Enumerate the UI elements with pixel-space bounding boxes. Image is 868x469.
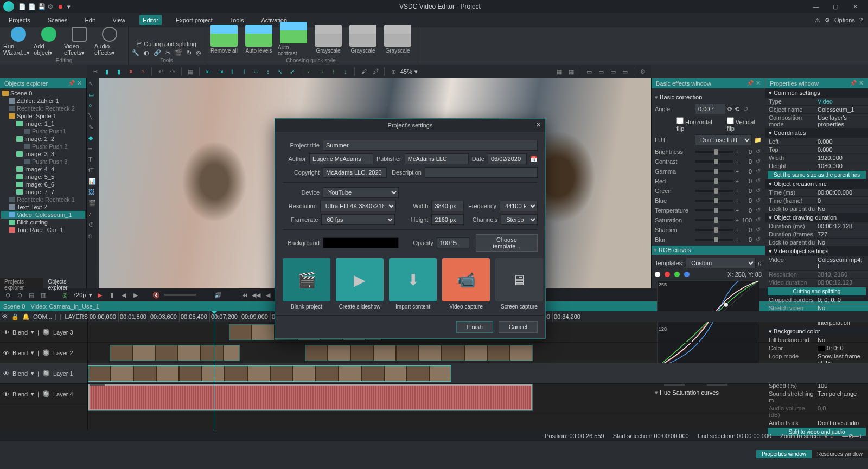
prev-frame-icon[interactable]: ◀◀ [252,291,260,299]
tab-objects-explorer[interactable]: Objects explorer [43,278,86,288]
reset-icon[interactable]: ↺ [754,236,762,243]
quick-access[interactable]: 📄📄💾⚙⏺▾ [18,3,74,10]
cutting-splitting-button[interactable]: Cutting and splitting [768,287,866,295]
quickstyle-autolevels[interactable]: Auto levels [243,25,275,54]
reset-icon[interactable]: ↺ [754,197,762,204]
layer-row[interactable]: 👁Blend▾|🔘Layer 3 [0,322,87,343]
sprite-icon[interactable]: ⎌ [88,232,97,241]
tree-node[interactable]: Image: 7_7 [1,188,85,196]
run-wizard-button[interactable]: Run Wizard...▾ [3,27,34,56]
slider[interactable] [695,219,733,221]
hflip-checkbox[interactable] [676,117,684,124]
project-title-input[interactable] [323,140,538,151]
zoom-value[interactable]: 45% [400,68,412,75]
reset-icon[interactable]: ↺ [754,148,762,155]
shape-icon[interactable]: ◆ [88,134,97,143]
tree-node[interactable]: Video: Colosseum_1 [1,211,85,219]
scissors-icon[interactable]: ✂ [137,40,142,47]
framerate-select[interactable]: 60 fps [321,214,394,225]
tree-node[interactable]: Image: 3_3 [1,150,85,158]
timeline-clip[interactable] [305,345,533,361]
reset-icon[interactable]: ↺ [754,177,762,184]
tree-node[interactable]: Push: Push 3 [1,158,85,165]
tab-projects-explorer[interactable]: Projects explorer [0,278,43,288]
publisher-input[interactable] [405,153,469,164]
image-icon[interactable]: 🖼 [88,189,97,197]
layer-row[interactable]: 👁Blend▾|🔘Layer 1 [0,363,87,384]
tree-node[interactable]: Rechteck: Rechteck 2 [1,105,85,112]
gear-icon[interactable]: ⚙ [638,67,648,76]
gear-icon[interactable]: ⚙ [825,17,830,24]
set-same-size-button[interactable]: Set the same size as the parent has [768,171,866,179]
slider[interactable] [695,180,733,182]
tree-node[interactable]: Scene 0 [1,89,85,97]
add-object-button[interactable]: Add object▾ [34,27,64,56]
remove-icon[interactable]: ⊖ [15,291,24,299]
menu-view[interactable]: View [109,15,129,25]
warning-icon[interactable]: ⚠ [815,17,820,24]
timeline-clip[interactable] [110,345,240,361]
tab-properties[interactable]: Properties window [756,450,812,458]
tile-import[interactable]: ⬇Import content [389,258,437,310]
layer-row[interactable]: 👁Blend▾|🔘Layer 2 [0,343,87,363]
channels-select[interactable]: Stereo [501,214,538,225]
reset-icon[interactable]: ↺ [754,216,762,223]
tile-screencap[interactable]: 🖥Screen capture [495,258,543,310]
reset-icon[interactable]: ↺ [754,187,762,194]
quickstyle-grayscale3[interactable]: Grayscale [382,25,413,54]
menu-projects[interactable]: Projects [5,15,34,25]
menu-editor[interactable]: Editor [139,15,162,25]
pin-icon[interactable]: 📌 ✕ [68,80,82,87]
add-icon[interactable]: ⊕ [3,291,12,299]
reset-icon[interactable]: ↺ [754,158,762,165]
options-label[interactable]: Options [834,17,855,23]
tree-node[interactable]: Bild: cutting [1,219,85,226]
menu-edit[interactable]: Edit [81,15,98,25]
menu-scenes[interactable]: Scenes [44,15,71,25]
quality-value[interactable]: 720p [73,292,86,298]
width-input[interactable] [431,201,464,211]
tree-node[interactable]: Text: Text 2 [1,203,85,211]
help-icon[interactable]: ? [859,17,863,23]
tree-node[interactable]: Push: Push1 [1,127,85,135]
curves-template-select[interactable]: Custom [686,258,756,268]
tree-node[interactable]: Image: 6_6 [1,181,85,188]
device-select[interactable]: YouTube [323,187,399,198]
tree-node[interactable]: Image: 4_4 [1,165,85,173]
play-icon[interactable]: ▶ [95,291,104,299]
text-icon[interactable]: T [88,156,97,165]
frequency-select[interactable]: 44100 Hz [500,201,538,211]
bg-color-picker[interactable] [323,237,399,248]
cut-icon[interactable]: ✂ [90,67,100,76]
quickstyle-remove[interactable]: Remove all [208,25,240,54]
tree-node[interactable]: Sprite: Sprite 1 [1,112,85,120]
timeline-clip[interactable]: Video: Camera_In_Use_1 [30,303,99,310]
line-icon[interactable]: ╲ [88,113,97,121]
counter-icon[interactable]: ⏱ [88,221,97,230]
tree-node[interactable]: Image: 2_2 [1,135,85,143]
volume-slider[interactable] [164,294,196,296]
resolution-select[interactable]: Ultra HD 4K 3840x2160 pixels (16:9) [320,201,396,211]
reset-icon[interactable]: ↺ [754,168,762,175]
slider[interactable] [695,200,733,202]
slider[interactable] [695,229,733,231]
slider[interactable] [695,160,733,163]
tree-node[interactable]: Rechteck: Rechteck 1 [1,196,85,203]
undo-icon[interactable]: ↶ [156,67,165,76]
playhead[interactable] [214,311,214,431]
pen-icon[interactable]: ✎ [88,124,97,132]
date-input[interactable] [488,153,527,164]
minimize-button[interactable]: — [806,3,826,10]
quickstyle-grayscale2[interactable]: Grayscale [347,25,379,54]
tree-node[interactable]: Zähler: Zähler 1 [1,97,85,105]
timeline-clip[interactable] [88,365,451,382]
vflip-checkbox[interactable] [727,117,734,124]
objects-tree[interactable]: Scene 0Zähler: Zähler 1Rechteck: Rechtec… [0,88,86,278]
author-input[interactable] [309,153,373,164]
video-effects-button[interactable]: Video effects▾ [64,27,94,56]
tree-node[interactable]: Image: 1_1 [1,120,85,127]
mute-icon[interactable]: 🔇 [152,291,161,299]
skip-start-icon[interactable]: ⏮ [240,291,248,299]
angle-input[interactable] [695,104,725,114]
lut-select[interactable]: Don't use LUT [695,134,752,145]
